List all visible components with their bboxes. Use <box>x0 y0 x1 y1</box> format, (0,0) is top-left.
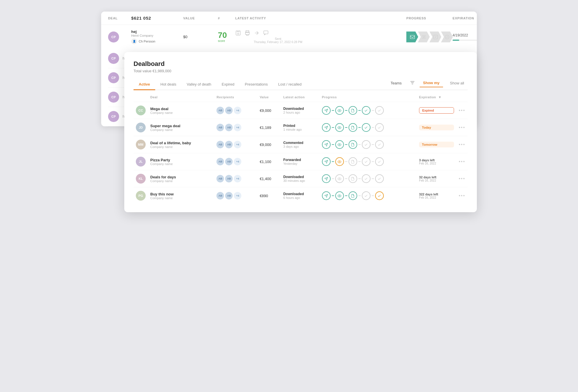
more-options-button[interactable]: ••• <box>459 193 465 198</box>
table-row: KL Deals for days Company name ABAB+4 €1… <box>134 170 468 187</box>
bg-row-deal-info: hej Henri Company 👤 Ch Persson <box>131 29 183 44</box>
td-deal: Deals for days Company name <box>148 170 214 187</box>
th-value: Value <box>257 93 281 102</box>
deal-name: Deals for days <box>150 175 212 179</box>
bg-row-progress <box>406 32 453 42</box>
partial-avatar: CP <box>108 111 119 122</box>
td-expiration: 3 days leftFeb 16, 2022 <box>417 153 456 170</box>
action-cell: Downloaded 30 minutes ago <box>283 175 317 182</box>
show-all-button[interactable]: Show all <box>447 79 468 87</box>
td-expiration: Today <box>417 119 456 136</box>
td-more[interactable]: ••• <box>456 136 468 153</box>
prog-connector <box>345 127 347 128</box>
filter-icon-button[interactable] <box>409 79 416 87</box>
td-action: Printed 1 minute ago <box>281 119 319 136</box>
td-action: Downloaded 2 hours ago <box>281 102 319 119</box>
prog-icon-eye <box>335 191 344 200</box>
svg-point-19 <box>339 161 340 162</box>
recipient-avatar: AB <box>216 141 224 148</box>
bg-row-score-value: 70 <box>218 31 235 39</box>
dealboard-title: Dealboard <box>134 60 468 68</box>
svg-point-10 <box>339 110 340 111</box>
svg-rect-1 <box>246 31 249 33</box>
dealboard-subtitle: Total value €1,989,000 <box>134 69 468 73</box>
tab-presentations[interactable]: Presentations <box>240 79 273 90</box>
progress-cell <box>322 123 414 132</box>
recipient-avatar: AB <box>216 175 224 182</box>
recipients-cell: ABAB+4 <box>216 107 255 114</box>
deal-company: Company name <box>150 162 212 166</box>
prog-icon-check-final <box>375 106 384 115</box>
partial-avatar: CP <box>108 92 119 103</box>
td-action: Forwarded Yesterday <box>281 153 319 170</box>
prog-connector <box>358 144 361 145</box>
td-more[interactable]: ••• <box>456 102 468 119</box>
recipient-plus: +4 <box>234 175 241 182</box>
td-more[interactable]: ••• <box>456 170 468 187</box>
more-options-button[interactable]: ••• <box>459 125 465 130</box>
expiration-badge: Today <box>419 125 454 130</box>
prog-icon-doc <box>349 106 357 115</box>
prog-icon-send <box>322 123 331 132</box>
action-name: Downloaded <box>283 175 317 179</box>
prog-icon-eye <box>335 106 344 115</box>
prog-connector-last <box>372 161 374 162</box>
bg-deal-row: CP hej Henri Company 👤 Ch Persson $0 70 … <box>101 25 477 49</box>
recipient-avatar: AB <box>225 158 233 165</box>
prog-icon-doc <box>349 157 357 166</box>
prog-connector <box>345 178 347 179</box>
deal-text: Deal of a lifetime, baby Company name <box>150 141 212 149</box>
prog-connector-last <box>372 178 374 179</box>
prog-icon-doc <box>349 191 357 200</box>
pipe-step-1 <box>406 32 418 42</box>
tab-expired[interactable]: Expired <box>216 79 240 90</box>
show-my-button[interactable]: Show my <box>420 79 443 87</box>
more-options-button[interactable]: ••• <box>459 176 465 181</box>
prog-connector <box>332 178 334 179</box>
th-actions <box>456 93 468 102</box>
action-cell: Forwarded Yesterday <box>283 158 317 165</box>
td-more[interactable]: ••• <box>456 153 468 170</box>
prog-connector-last <box>372 110 374 111</box>
recipients-cell: ABAB+4 <box>216 175 255 182</box>
tab-hot-deals[interactable]: Hot deals <box>155 79 181 90</box>
more-options-button[interactable]: ••• <box>459 142 465 147</box>
action-time: 30 minutes ago <box>283 179 317 182</box>
td-recipients: ABAB+4 <box>214 170 257 187</box>
td-deal: Pizza Party Company name <box>148 153 214 170</box>
tab-active[interactable]: Active <box>134 79 155 90</box>
expiration-days: 32 days left <box>419 175 454 179</box>
td-action: Downloaded 6 hours ago <box>281 187 319 204</box>
deal-text: Super mega deal Company name <box>150 124 212 132</box>
action-name: Forwarded <box>283 158 317 162</box>
prog-connector-last <box>372 127 374 128</box>
td-more[interactable]: ••• <box>456 187 468 204</box>
td-action: Downloaded 30 minutes ago <box>281 170 319 187</box>
td-more[interactable]: ••• <box>456 119 468 136</box>
td-value: €890 <box>257 187 281 204</box>
header-activity: LATEST ACTIVITY <box>235 16 321 20</box>
more-options-button[interactable]: ••• <box>459 108 465 113</box>
td-deal: Super mega deal Company name <box>148 119 214 136</box>
deal-company: Company name <box>150 128 212 132</box>
td-progress <box>320 153 417 170</box>
th-expiration[interactable]: Expiration ▼ <box>417 93 456 102</box>
expiration-date: Feb 16, 2022 <box>419 162 454 165</box>
action-name: Printed <box>283 124 317 128</box>
prog-icon-check <box>362 174 370 183</box>
expiration-badge: Expired <box>419 107 454 114</box>
prog-icon-check <box>362 140 370 149</box>
th-deal: Deal <box>148 93 214 102</box>
save-icon <box>235 30 241 36</box>
expiration-cell: 322 days leftFeb 16, 2022 <box>419 193 454 199</box>
td-recipients: ABAB+4 <box>214 119 257 136</box>
action-name: Commented <box>283 141 317 145</box>
td-deal: Buy this now Company name <box>148 187 214 204</box>
deal-text: Mega deal Company name <box>150 107 212 114</box>
teams-button[interactable]: Teams <box>387 79 405 87</box>
action-cell: Downloaded 2 hours ago <box>283 107 317 114</box>
th-latest-action: Latest action <box>281 93 319 102</box>
tab-valley-of-death[interactable]: Valley of death <box>181 79 216 90</box>
more-options-button[interactable]: ••• <box>459 159 465 164</box>
tab-lost-recalled[interactable]: Lost / recalled <box>273 79 307 90</box>
